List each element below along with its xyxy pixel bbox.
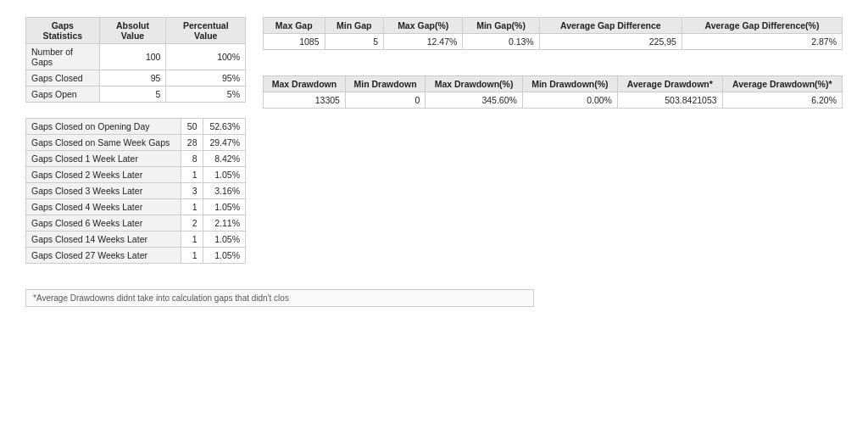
row-label: Gaps Closed 4 Weeks Later bbox=[26, 199, 181, 215]
avg-gap-diff: 225,95 bbox=[539, 34, 682, 50]
col-header: Max Drawdown bbox=[264, 76, 346, 92]
avg-drawdown: 503.8421053 bbox=[617, 92, 722, 109]
col-header: Max Gap bbox=[264, 18, 326, 34]
row-label: Gaps Closed 3 Weeks Later bbox=[26, 183, 181, 199]
row-percent: 52.63% bbox=[203, 119, 245, 135]
row-percent: 100% bbox=[166, 44, 246, 70]
col-header: Average Drawdown(%)* bbox=[722, 76, 842, 92]
table-row: Gaps Closed on Opening Day 50 52.63% bbox=[26, 119, 246, 135]
row-label: Gaps Open bbox=[26, 86, 100, 103]
row-absolute: 3 bbox=[181, 183, 203, 199]
row-absolute: 95 bbox=[99, 70, 166, 86]
row-absolute: 5 bbox=[99, 86, 166, 103]
gaps-timing-table: Gaps Closed on Opening Day 50 52.63% Gap… bbox=[25, 118, 246, 264]
col-header: Average Gap Difference(%) bbox=[682, 18, 842, 34]
row-percent: 8.42% bbox=[203, 151, 245, 167]
table-row: 1085 5 12.47% 0.13% 225,95 2.87% bbox=[264, 34, 843, 50]
table-row: Gaps Closed 2 Weeks Later 1 1.05% bbox=[26, 167, 246, 183]
row-absolute: 100 bbox=[99, 44, 166, 70]
gap-metrics-table: Max GapMin GapMax Gap(%)Min Gap(%)Averag… bbox=[263, 17, 843, 50]
min-drawdown: 0 bbox=[345, 92, 425, 109]
footnote: *Average Drawdowns didnt take into calcu… bbox=[25, 289, 534, 307]
min-drawdown-pct: 0.00% bbox=[522, 92, 617, 109]
row-label: Gaps Closed 2 Weeks Later bbox=[26, 167, 181, 183]
col-header: Max Gap(%) bbox=[384, 18, 463, 34]
row-percent: 1.05% bbox=[203, 248, 245, 264]
col-header: Min Drawdown bbox=[345, 76, 425, 92]
row-label: Gaps Closed 14 Weeks Later bbox=[26, 232, 181, 248]
row-label: Gaps Closed bbox=[26, 70, 100, 86]
row-absolute: 2 bbox=[181, 215, 203, 232]
row-percent: 1.05% bbox=[203, 167, 245, 183]
row-label: Number of Gaps bbox=[26, 44, 100, 70]
max-gap: 1085 bbox=[264, 34, 326, 50]
max-gap-pct: 12.47% bbox=[384, 34, 463, 50]
row-percent: 1.05% bbox=[203, 199, 245, 215]
table-row: Gaps Closed 1 Week Later 8 8.42% bbox=[26, 151, 246, 167]
col-header-stats: Gaps Statistics bbox=[26, 18, 100, 44]
table-row: Gaps Closed 6 Weeks Later 2 2.11% bbox=[26, 215, 246, 232]
table-row: Number of Gaps 100 100% bbox=[26, 44, 246, 70]
gaps-statistics-table: Gaps Statistics Absolut Value Percentual… bbox=[25, 17, 246, 103]
max-drawdown-pct: 345.60% bbox=[426, 92, 523, 109]
avg-gap-diff-pct: 2.87% bbox=[682, 34, 842, 50]
min-gap-pct: 0.13% bbox=[463, 34, 539, 50]
table-row: 13305 0 345.60% 0.00% 503.8421053 6.20% bbox=[264, 92, 843, 109]
table-row: Gaps Closed 3 Weeks Later 3 3.16% bbox=[26, 183, 246, 199]
row-label: Gaps Closed 6 Weeks Later bbox=[26, 215, 181, 232]
table-row: Gaps Closed 27 Weeks Later 1 1.05% bbox=[26, 248, 246, 264]
col-header: Max Drawdown(%) bbox=[426, 76, 523, 92]
table-row: Gaps Open 5 5% bbox=[26, 86, 246, 103]
row-absolute: 8 bbox=[181, 151, 203, 167]
row-absolute: 50 bbox=[181, 119, 203, 135]
row-absolute: 1 bbox=[181, 248, 203, 264]
col-header: Average Drawdown* bbox=[617, 76, 722, 92]
table-row: Gaps Closed 95 95% bbox=[26, 70, 246, 86]
drawdown-metrics-table: Max DrawdownMin DrawdownMax Drawdown(%)M… bbox=[263, 75, 843, 109]
table-row: Gaps Closed on Same Week Gaps 28 29.47% bbox=[26, 135, 246, 151]
row-absolute: 1 bbox=[181, 232, 203, 248]
row-label: Gaps Closed 1 Week Later bbox=[26, 151, 181, 167]
row-percent: 95% bbox=[166, 70, 246, 86]
min-gap: 5 bbox=[325, 34, 384, 50]
left-panel: Gaps Statistics Absolut Value Percentual… bbox=[25, 17, 246, 264]
row-percent: 1.05% bbox=[203, 232, 245, 248]
col-header-absolute: Absolut Value bbox=[99, 18, 166, 44]
col-header: Min Gap(%) bbox=[463, 18, 539, 34]
col-header-percent: Percentual Value bbox=[166, 18, 246, 44]
avg-drawdown-pct: 6.20% bbox=[722, 92, 842, 109]
row-percent: 29.47% bbox=[203, 135, 245, 151]
col-header: Min Drawdown(%) bbox=[522, 76, 617, 92]
max-drawdown: 13305 bbox=[264, 92, 346, 109]
table-row: Gaps Closed 14 Weeks Later 1 1.05% bbox=[26, 232, 246, 248]
right-panel: Max GapMin GapMax Gap(%)Min Gap(%)Averag… bbox=[263, 17, 843, 264]
table-row: Gaps Closed 4 Weeks Later 1 1.05% bbox=[26, 199, 246, 215]
col-header: Average Gap Difference bbox=[539, 18, 682, 34]
row-percent: 3.16% bbox=[203, 183, 245, 199]
row-absolute: 28 bbox=[181, 135, 203, 151]
row-label: Gaps Closed on Same Week Gaps bbox=[26, 135, 181, 151]
row-label: Gaps Closed on Opening Day bbox=[26, 119, 181, 135]
col-header: Min Gap bbox=[325, 18, 384, 34]
row-absolute: 1 bbox=[181, 167, 203, 183]
row-percent: 5% bbox=[166, 86, 246, 103]
main-layout: Gaps Statistics Absolut Value Percentual… bbox=[8, 8, 860, 272]
row-absolute: 1 bbox=[181, 199, 203, 215]
row-label: Gaps Closed 27 Weeks Later bbox=[26, 248, 181, 264]
row-percent: 2.11% bbox=[203, 215, 245, 232]
